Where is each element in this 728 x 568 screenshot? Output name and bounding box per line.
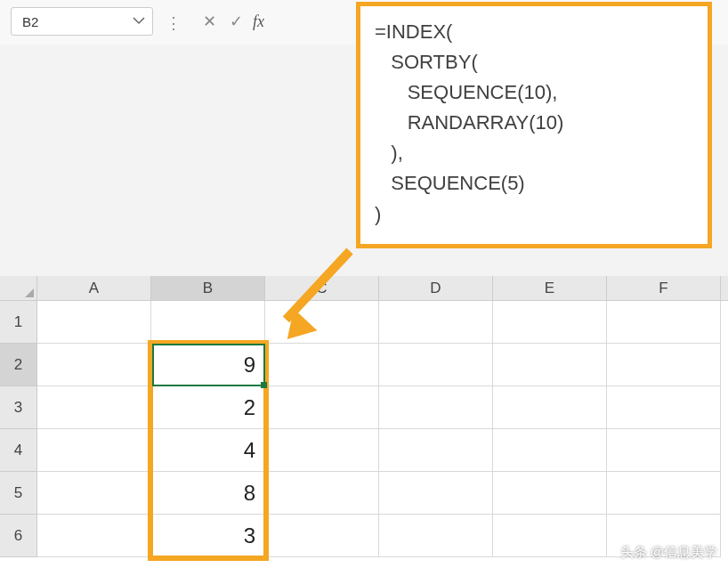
cancel-icon[interactable]: ✕ xyxy=(199,12,219,31)
cell-b6[interactable]: 3 xyxy=(151,515,265,557)
cell-d3[interactable] xyxy=(379,386,493,429)
cell-e4[interactable] xyxy=(493,429,607,472)
cell-f3[interactable] xyxy=(607,386,721,429)
confirm-icon[interactable]: ✓ xyxy=(226,12,246,31)
cell-e5[interactable] xyxy=(493,472,607,515)
col-header-b[interactable]: B xyxy=(151,276,265,300)
cell-b3[interactable]: 2 xyxy=(151,386,265,429)
cell-f2[interactable] xyxy=(607,344,721,386)
select-all-corner[interactable] xyxy=(0,276,37,300)
row-header-5[interactable]: 5 xyxy=(0,472,37,515)
cell-c4[interactable] xyxy=(265,429,379,472)
cell-f4[interactable] xyxy=(607,429,721,472)
name-box[interactable]: B2 xyxy=(11,7,153,36)
cell-e3[interactable] xyxy=(493,386,607,429)
cell-a1[interactable] xyxy=(37,301,151,344)
name-box-value: B2 xyxy=(22,14,38,29)
cell-e6[interactable] xyxy=(493,515,607,557)
cell-f1[interactable] xyxy=(607,301,721,344)
col-header-d[interactable]: D xyxy=(379,276,493,300)
divider-icon: ⋮ xyxy=(162,7,185,39)
col-header-f[interactable]: F xyxy=(607,276,721,300)
fx-icon[interactable]: fx xyxy=(253,12,264,31)
watermark: 头条 @信息美学 xyxy=(620,544,717,561)
cell-e2[interactable] xyxy=(493,344,607,386)
chevron-down-icon[interactable] xyxy=(133,15,145,28)
cell-b5[interactable]: 8 xyxy=(151,472,265,515)
cell-a5[interactable] xyxy=(37,472,151,515)
cell-c5[interactable] xyxy=(265,472,379,515)
cell-c2[interactable] xyxy=(265,344,379,386)
cell-b4[interactable]: 4 xyxy=(151,429,265,472)
spreadsheet-grid[interactable]: A B C D E F 1 2 3 4 5 6 9 xyxy=(0,276,728,568)
cell-a6[interactable] xyxy=(37,515,151,557)
cell-d2[interactable] xyxy=(379,344,493,386)
cell-a2[interactable] xyxy=(37,344,151,386)
cell-d5[interactable] xyxy=(379,472,493,515)
row-headers: 1 2 3 4 5 6 xyxy=(0,301,37,557)
cell-f5[interactable] xyxy=(607,472,721,515)
row-header-6[interactable]: 6 xyxy=(0,515,37,557)
cell-c3[interactable] xyxy=(265,386,379,429)
formula-callout: =INDEX( SORTBY( SEQUENCE(10), RANDARRAY(… xyxy=(356,2,712,248)
cell-b1[interactable] xyxy=(151,301,265,344)
cell-a3[interactable] xyxy=(37,386,151,429)
cell-c6[interactable] xyxy=(265,515,379,557)
cell-e1[interactable] xyxy=(493,301,607,344)
cells-area[interactable]: 9 2 4 xyxy=(37,301,728,557)
row-header-1[interactable]: 1 xyxy=(0,301,37,344)
column-headers: A B C D E F xyxy=(0,276,728,301)
formula-controls: ✕ ✓ fx xyxy=(194,7,270,36)
cell-d1[interactable] xyxy=(379,301,493,344)
col-header-a[interactable]: A xyxy=(37,276,151,300)
col-header-e[interactable]: E xyxy=(493,276,607,300)
row-header-2[interactable]: 2 xyxy=(0,344,37,386)
cell-a4[interactable] xyxy=(37,429,151,472)
row-header-4[interactable]: 4 xyxy=(0,429,37,472)
cell-d6[interactable] xyxy=(379,515,493,557)
cell-b2[interactable]: 9 xyxy=(151,344,265,386)
formula-text: =INDEX( SORTBY( SEQUENCE(10), RANDARRAY(… xyxy=(375,17,693,230)
row-header-3[interactable]: 3 xyxy=(0,386,37,429)
cell-d4[interactable] xyxy=(379,429,493,472)
